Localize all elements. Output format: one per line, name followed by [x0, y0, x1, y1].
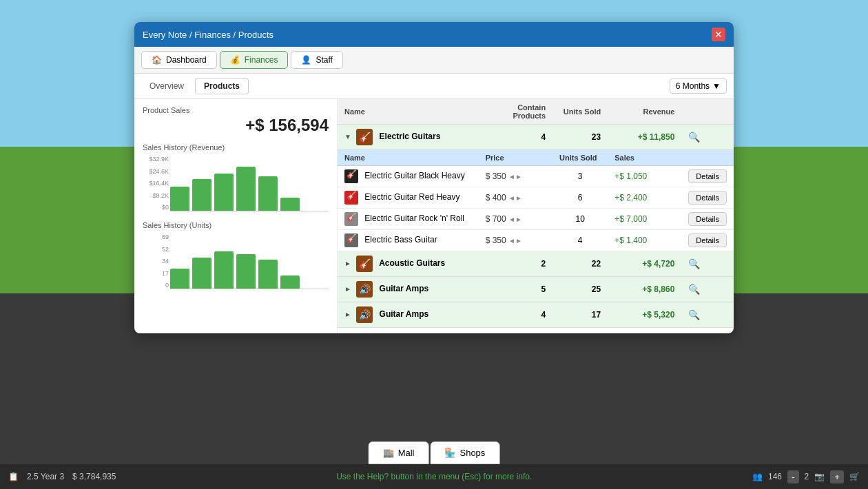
mall-label: Mall — [398, 448, 415, 458]
months-selector[interactable]: 6 Months ▼ — [670, 79, 727, 94]
months-label: 6 Months — [676, 81, 710, 91]
amps1-contain: 5 — [479, 277, 552, 302]
finances-icon: 💰 — [230, 55, 240, 65]
bottom-left: 📋 2.5 Year 3 $ 3,784,935 — [8, 472, 116, 481]
units-bar-1 — [170, 269, 189, 289]
staff-count: 146 — [768, 472, 782, 481]
sub-header-row: Name Price Units Sold Sales — [338, 150, 734, 166]
acoustic-search-button[interactable]: 🔍 — [688, 258, 700, 269]
expand-icon-amps2: ► — [344, 311, 351, 318]
staff-icon: 👤 — [301, 55, 311, 65]
bottom-nav-tabs: 🏬 Mall 🏪 Shops — [369, 441, 500, 464]
category-row-amps-1[interactable]: ► 🔊 Guitar Amps 5 25 +$ 8,860 🔍 — [338, 277, 734, 302]
help-text: Use the Help? button in the menu (Esc) f… — [336, 472, 532, 481]
product-units-bass: 4 — [552, 230, 608, 251]
category-row-acoustic[interactable]: ► 🎸 Acoustic Guitars 2 22 +$ 4,720 🔍 — [338, 251, 734, 277]
finances-nav-button[interactable]: 💰 Finances — [220, 51, 289, 69]
amps2-revenue: +$ 5,320 — [608, 302, 681, 328]
modal-titlebar: Every Note / Finances / Products ✕ — [134, 22, 734, 47]
product-icon-rock: 🎸 — [344, 212, 358, 226]
product-icon-red: 🎸 — [344, 191, 358, 205]
price-arrows-2: ◄► — [508, 194, 522, 202]
product-sales-bass: +$ 1,400 — [608, 230, 681, 251]
product-units-rock: 10 — [552, 209, 608, 230]
sub-header-price: Price — [479, 150, 552, 166]
electric-search-button[interactable]: 🔍 — [688, 132, 700, 143]
electric-guitars-name: Electric Guitars — [380, 132, 441, 141]
sub-header-units: Units Sold — [552, 150, 608, 166]
details-btn-black-heavy[interactable]: Details — [688, 169, 727, 183]
units-bar-6 — [280, 275, 300, 289]
amps1-search-button[interactable]: 🔍 — [688, 284, 700, 295]
expand-icon-amps1: ► — [344, 285, 351, 293]
amps1-revenue: +$ 8,860 — [608, 277, 681, 302]
rev-bar-2 — [192, 179, 211, 211]
acoustic-revenue: +$ 4,720 — [608, 251, 681, 277]
tabs-left: Overview Products — [141, 78, 249, 94]
finances-label: Finances — [245, 55, 278, 65]
electric-contain: 4 — [479, 125, 552, 150]
electric-guitar-icon: 🎸 — [356, 129, 373, 145]
units-bar-5 — [258, 260, 278, 289]
product-sales-value: +$ 156,594 — [143, 116, 329, 135]
bottom-status-bar: 📋 2.5 Year 3 $ 3,784,935 Use the Help? b… — [0, 464, 868, 489]
amps2-name: Guitar Amps — [380, 309, 429, 319]
product-price-rock: $ 700 ◄► — [479, 209, 552, 230]
modal-nav: 🏠 Dashboard 💰 Finances 👤 Staff — [134, 47, 734, 74]
amps2-units: 17 — [552, 302, 608, 328]
rev-bar-4 — [236, 167, 256, 211]
details-btn-red-heavy[interactable]: Details — [688, 191, 727, 205]
cart-icon: 🛒 — [849, 472, 860, 481]
products-table: Name Contain Products Units Sold Revenue… — [338, 99, 734, 328]
main-modal: Every Note / Finances / Products ✕ 🏠 Das… — [134, 22, 734, 333]
product-icon-bass: 🎸 — [344, 233, 358, 247]
product-units-red-heavy: 6 — [552, 187, 608, 209]
details-btn-rock[interactable]: Details — [688, 212, 727, 226]
staff-icon-bottom: 👥 — [752, 472, 763, 481]
amp-icon-1: 🔊 — [356, 281, 373, 298]
acoustic-units: 22 — [552, 251, 608, 277]
units-baseline — [170, 289, 329, 289]
bottom-center: Use the Help? button in the menu (Esc) f… — [336, 472, 532, 481]
expand-icon-acoustic: ► — [344, 260, 351, 267]
mall-tab[interactable]: 🏬 Mall — [369, 441, 429, 464]
bottom-right: 👥 146 - 2 📷 + 🛒 — [752, 470, 860, 483]
dashboard-icon: 🏠 — [152, 55, 162, 65]
product-row-red-heavy: 🎸 Electric Guitar Red Heavy $ 400 ◄► 6 +… — [338, 187, 734, 209]
dropdown-icon: ▼ — [712, 81, 721, 91]
year-display: 2.5 Year 3 — [27, 472, 64, 481]
amps2-contain: 4 — [479, 302, 552, 328]
products-tab[interactable]: Products — [195, 78, 249, 94]
price-arrows-4: ◄► — [508, 237, 522, 244]
header-units: Units Sold — [552, 99, 608, 125]
acoustic-contain: 2 — [479, 251, 552, 277]
amps2-search-button[interactable]: 🔍 — [688, 309, 700, 320]
units-chart-label: Sales History (Units) — [143, 221, 329, 229]
dashboard-nav-button[interactable]: 🏠 Dashboard — [141, 51, 217, 69]
product-sales-black-heavy: +$ 1,050 — [608, 166, 681, 187]
zoom-plus-button[interactable]: + — [830, 470, 844, 483]
mall-icon: 🏬 — [383, 448, 394, 458]
units-chart-area: 69 52 34 17 0 — [143, 233, 329, 289]
amp-icon-2: 🔊 — [356, 306, 373, 323]
product-name-red-heavy: Electric Guitar Red Heavy — [364, 192, 459, 202]
details-btn-bass[interactable]: Details — [688, 233, 727, 247]
dashboard-label: Dashboard — [166, 55, 207, 65]
staff-label: Staff — [316, 55, 332, 65]
staff-nav-button[interactable]: 👤 Staff — [291, 51, 342, 69]
overview-tab[interactable]: Overview — [141, 78, 192, 94]
acoustic-guitars-name: Acoustic Guitars — [379, 258, 445, 268]
category-row-electric-guitars[interactable]: ▼ 🎸 Electric Guitars 4 23 +$ 11,850 🔍 — [338, 125, 734, 150]
acoustic-guitar-icon: 🎸 — [356, 256, 373, 272]
clipboard-icon: 📋 — [8, 472, 19, 481]
close-button[interactable]: ✕ — [712, 28, 725, 41]
shops-tab[interactable]: 🏪 Shops — [430, 441, 499, 464]
product-row-rock-n-roll: 🎸 Electric Guitar Rock 'n' Roll $ 700 ◄►… — [338, 209, 734, 230]
table-header-row: Name Contain Products Units Sold Revenue — [338, 99, 734, 125]
price-arrows-1: ◄► — [508, 173, 522, 180]
sub-header-sales: Sales — [608, 150, 681, 166]
zoom-minus-button[interactable]: - — [787, 470, 798, 483]
product-icon-black: 🎸 — [344, 169, 358, 183]
category-row-amps-2[interactable]: ► 🔊 Guitar Amps 4 17 +$ 5,320 🔍 — [338, 302, 734, 328]
modal-body: Product Sales +$ 156,594 Sales History (… — [134, 99, 734, 333]
